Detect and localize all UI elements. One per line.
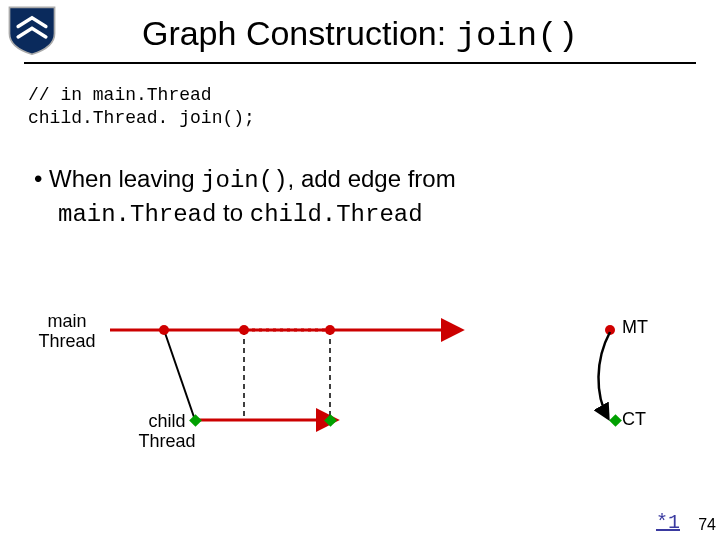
label-child-thread: child Thread [132, 412, 202, 452]
shield-logo-icon [6, 4, 58, 56]
svg-point-8 [325, 325, 335, 335]
svg-point-7 [239, 325, 249, 335]
footnote-link[interactable]: *1 [656, 511, 680, 534]
svg-point-6 [159, 325, 169, 335]
label-mt: MT [622, 318, 648, 338]
slide-title: Graph Construction: join() [0, 8, 720, 55]
bullet-continuation: main.Thread to child.Thread [28, 197, 692, 231]
label-ct: CT [622, 410, 646, 430]
svg-rect-12 [609, 414, 622, 427]
title-divider [24, 62, 696, 64]
svg-line-3 [164, 330, 195, 420]
page-number: 74 [698, 516, 716, 534]
code-snippet: // in main.Thread child.Thread. join(); [28, 84, 692, 129]
label-main-thread: main Thread [32, 312, 102, 352]
bullet-text: • When leaving join(), add edge from [28, 163, 692, 197]
svg-rect-10 [324, 414, 337, 427]
thread-diagram [0, 300, 720, 500]
